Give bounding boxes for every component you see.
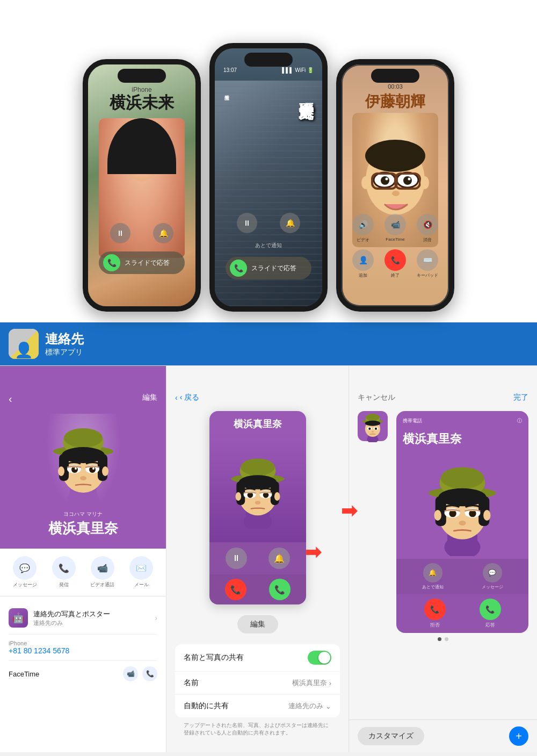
contact-video-btn[interactable]: 📹 ビデオ通話 xyxy=(90,556,114,588)
cs-dot-2 xyxy=(445,637,448,641)
iphone2-remind-btn[interactable]: 🔔 xyxy=(280,213,300,233)
svg-point-56 xyxy=(366,414,379,421)
poster-call-actions: 📞 📞 xyxy=(209,574,306,604)
contact-edit-btn[interactable]: 編集 xyxy=(142,393,157,405)
iphone2-slide-btn[interactable]: 📞 スライドで応答 xyxy=(226,257,311,279)
iphone3-audio-label: ビデオ xyxy=(357,237,369,243)
iphone2-controls: ⏸ 🔔 あとで通知 📞 スライドで応答 xyxy=(215,213,322,279)
auto-share-label: 自動的に共有 xyxy=(184,701,229,711)
call-cancel-btn[interactable]: キャンセル xyxy=(358,393,395,402)
name-chevron-icon: › xyxy=(329,679,331,687)
contact-call-btn[interactable]: 📞 発信 xyxy=(52,556,76,588)
poster-card-name: 横浜真里奈 xyxy=(209,411,306,435)
cs-notify-label: あとで通知 xyxy=(422,584,444,590)
iphone1-message-btn[interactable]: ⏸ xyxy=(110,223,130,243)
poster-edit-btn[interactable]: 編集 xyxy=(237,615,278,633)
video-icon: 📹 xyxy=(91,556,114,580)
iphone3-end-btn[interactable]: 📞 終了 xyxy=(384,249,406,278)
small-avatar-svg xyxy=(359,410,386,442)
cs-notify-btn[interactable]: 🔔 あとで通知 xyxy=(422,563,444,590)
poster-card-container: 横浜真里奈 xyxy=(166,411,349,604)
iphone3-mute-btn[interactable]: 🔇 消音 xyxy=(417,214,438,243)
contact-back-btn[interactable]: ‹ xyxy=(9,393,12,405)
photo-poster-sub: 連絡先のみ xyxy=(33,619,110,627)
contact-mail-btn[interactable]: ✉️ メール xyxy=(129,556,153,588)
cs-poster-info: 携帯電話 ⓘ xyxy=(396,411,528,431)
iphone3-add-btn[interactable]: 👤 追加 xyxy=(352,249,374,278)
iphone1-remind-btn[interactable]: 🔔 xyxy=(153,223,173,243)
cs-customize-btn[interactable]: カスタマイズ xyxy=(358,727,424,745)
cs-decline-icon: 📞 xyxy=(424,599,446,620)
call-screen-nav: キャンセル 完了 xyxy=(349,366,537,411)
iphone1-slide-btn[interactable]: 📞 スライドで応答 xyxy=(99,251,185,274)
iphone3-facetime-label: FaceTime xyxy=(386,237,404,242)
iphone2-top-controls: ⏸ 🔔 xyxy=(226,213,311,233)
poster-decline-btn[interactable]: 📞 xyxy=(225,579,246,600)
facetime-icons: 📹 📞 xyxy=(123,666,157,681)
cs-decline-btn[interactable]: 📞 拒否 xyxy=(424,599,446,629)
cs-dots xyxy=(349,637,537,641)
person-silhouette-icon: 👤 xyxy=(14,341,33,359)
svg-point-7 xyxy=(381,176,389,185)
iphone2-msg-btn[interactable]: ⏸ xyxy=(237,213,257,233)
poster-action-gray1[interactable]: ⏸ xyxy=(226,548,247,569)
svg-point-77 xyxy=(459,521,466,525)
poster-action-gray2[interactable]: 🔔 xyxy=(268,548,290,569)
contacts-header: 👤 連絡先 標準アプリ xyxy=(0,322,537,365)
contact-name: 横浜真里奈 xyxy=(48,519,118,538)
phone-value[interactable]: +81 80 1234 5678 xyxy=(9,646,157,655)
contact-photo-poster-row[interactable]: 🤖 連絡先の写真とポスター 連絡先のみ › xyxy=(9,602,157,635)
photo-poster-text: 連絡先の写真とポスター 連絡先のみ xyxy=(33,609,110,627)
iphone1-top-controls: ⏸ 🔔 xyxy=(99,223,185,243)
svg-point-47 xyxy=(255,501,260,505)
contact-facetime-row: FaceTime 📹 📞 xyxy=(9,661,157,687)
back-chevron-icon: ‹ xyxy=(175,393,178,402)
name-photo-toggle[interactable] xyxy=(308,651,331,665)
name-photo-label: 名前と写真の共有 xyxy=(184,653,244,663)
cs-plus-btn[interactable]: + xyxy=(509,726,528,746)
call-done-btn[interactable]: 完了 xyxy=(513,393,528,402)
facetime-audio-btn[interactable]: 📞 xyxy=(142,666,157,681)
svg-point-28 xyxy=(75,467,77,470)
mail-icon: ✉️ xyxy=(129,556,153,580)
contacts-icon-inner: 👤 xyxy=(9,329,39,359)
svg-point-23 xyxy=(62,447,105,463)
call-label: 発信 xyxy=(59,581,69,588)
contact-memoji-svg xyxy=(48,416,118,508)
facetime-label: FaceTime xyxy=(9,670,39,678)
arrow1-icon: ➡ xyxy=(305,541,321,564)
iphone3-keypad-btn[interactable]: ⌨️ キーパッド xyxy=(417,249,438,278)
cs-accept-btn[interactable]: 📞 応答 xyxy=(480,599,501,629)
svg-point-57 xyxy=(365,421,380,426)
contacts-title: 連絡先 xyxy=(45,330,84,348)
cs-notify-icon: 🔔 xyxy=(423,563,442,582)
iphone3-facetime-btn[interactable]: 📹 FaceTime xyxy=(384,214,406,243)
contact-message-btn[interactable]: 💬 メッセージ xyxy=(13,556,37,588)
bottom-section: ‹ 編集 xyxy=(0,365,537,752)
cs-decline-label: 拒否 xyxy=(430,622,440,629)
cs-message-btn[interactable]: 💬 メッセージ xyxy=(482,563,503,590)
contacts-title-block: 連絡先 標準アプリ xyxy=(45,330,84,357)
cs-customize-bar: カスタマイズ + xyxy=(349,719,537,752)
poster-back-btn[interactable]: ‹ ‹ 戻る xyxy=(175,393,199,402)
cs-accept-label: 応答 xyxy=(485,622,495,629)
facetime-video-btn[interactable]: 📹 xyxy=(123,666,138,681)
poster-edit-section: 編集 名前と写真の共有 名前 横浜真里奈 › 自動的に共有 連絡先のみ xyxy=(166,604,349,752)
svg-point-8 xyxy=(403,176,412,185)
iphone3-mute-label: 消音 xyxy=(423,237,432,243)
iphone3-bottom-row: 👤 追加 📞 終了 ⌨️ キーパッド xyxy=(347,249,444,278)
cs-accept-icon: 📞 xyxy=(480,599,501,620)
cs-poster-top-actions: 🔔 あとで通知 💬 メッセージ xyxy=(396,559,528,594)
photo-poster-thumb-icon: 🤖 xyxy=(12,612,24,624)
cs-small-avatar xyxy=(358,411,388,441)
svg-point-48 xyxy=(235,492,241,501)
iphone3-end-label: 終了 xyxy=(391,272,400,278)
iphone3-audio-btn[interactable]: 🔊 ビデオ xyxy=(352,214,374,243)
photo-poster-chevron: › xyxy=(155,614,157,622)
svg-point-49 xyxy=(274,492,280,501)
iphone1-frame: iPhone 横浜未来 ⏸ 🔔 📞 スライドで応答 xyxy=(83,59,201,312)
call-screen-panel: キャンセル 完了 ➡ xyxy=(349,366,537,752)
svg-point-29 xyxy=(92,467,95,470)
svg-point-9 xyxy=(386,178,388,181)
poster-accept-btn[interactable]: 📞 xyxy=(269,579,291,600)
